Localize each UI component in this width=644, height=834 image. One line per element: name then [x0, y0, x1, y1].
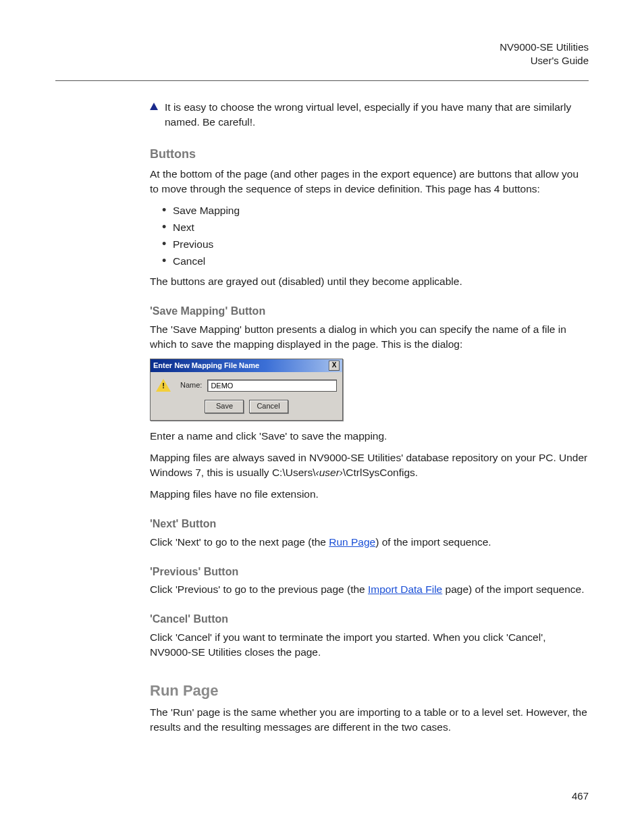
- buttons-intro: At the bottom of the page (and other pag…: [150, 167, 589, 197]
- dialog-mockup: Enter New Mapping File Name X Name: Save…: [150, 359, 343, 421]
- previous-p: Click 'Previous' to go to the previous p…: [150, 582, 589, 597]
- run-page-link[interactable]: Run Page: [329, 536, 375, 548]
- run-page-p: The 'Run' page is the same whether you a…: [150, 705, 589, 735]
- page-number: 467: [572, 790, 589, 802]
- doc-subtitle: User's Guide: [55, 54, 589, 68]
- buttons-list: Save Mapping Next Previous Cancel: [162, 203, 589, 269]
- header-rule: [55, 80, 589, 81]
- list-item: Previous: [162, 237, 589, 252]
- warning-icon: [156, 379, 171, 392]
- run-page-heading: Run Page: [150, 680, 589, 701]
- doc-title: NV9000-SE Utilities: [55, 41, 589, 54]
- triangle-icon: [150, 103, 158, 110]
- name-label: Name:: [180, 380, 202, 391]
- cancel-p: Click 'Cancel' if you want to terminate …: [150, 630, 589, 660]
- next-heading: 'Next' Button: [150, 517, 589, 532]
- dialog-body: Name: Save Cancel: [151, 372, 342, 420]
- save-button[interactable]: Save: [205, 400, 244, 413]
- caution-note: It is easy to choose the wrong virtual l…: [150, 100, 589, 130]
- list-item: Save Mapping: [162, 203, 589, 218]
- dialog-titlebar: Enter New Mapping File Name X: [151, 359, 342, 373]
- close-icon[interactable]: X: [329, 361, 340, 371]
- name-input[interactable]: [207, 380, 337, 392]
- dialog-title-text: Enter New Mapping File Name: [153, 361, 259, 371]
- list-item: Next: [162, 220, 589, 235]
- list-item: Cancel: [162, 254, 589, 269]
- content-area: It is easy to choose the wrong virtual l…: [150, 100, 589, 735]
- next-p: Click 'Next' to go to the next page (the…: [150, 535, 589, 550]
- note-text: It is easy to choose the wrong virtual l…: [165, 100, 589, 130]
- save-mapping-p4: Mapping files have no file extension.: [150, 487, 589, 502]
- buttons-outro: The buttons are grayed out (disabled) un…: [150, 274, 589, 289]
- save-mapping-p1: The 'Save Mapping' button presents a dia…: [150, 322, 589, 352]
- cancel-heading: 'Cancel' Button: [150, 612, 589, 627]
- cancel-button[interactable]: Cancel: [249, 400, 288, 413]
- previous-heading: 'Previous' Button: [150, 565, 589, 580]
- buttons-heading: Buttons: [150, 146, 589, 163]
- import-data-file-link[interactable]: Import Data File: [368, 583, 442, 595]
- save-mapping-p2: Enter a name and click 'Save' to save th…: [150, 429, 589, 444]
- page-header: NV9000-SE Utilities User's Guide: [55, 41, 589, 68]
- save-mapping-p3: Mapping files are always saved in NV9000…: [150, 450, 589, 480]
- save-mapping-heading: 'Save Mapping' Button: [150, 304, 589, 319]
